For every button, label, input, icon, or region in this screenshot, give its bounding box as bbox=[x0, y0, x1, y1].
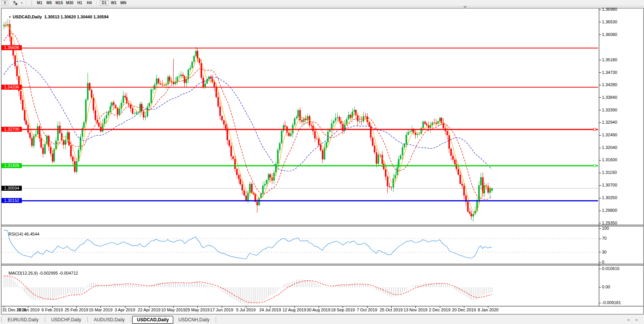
timeframe-button-mn[interactable]: MN bbox=[119, 0, 128, 5]
level-price-badge: 1.34206 bbox=[2, 85, 22, 90]
rsi-name: RSI(14) bbox=[8, 232, 23, 236]
chevron-down-icon[interactable]: ▼ bbox=[20, 2, 24, 4]
price-axis-tick: 1.36980 bbox=[602, 7, 617, 12]
chart-canvas[interactable] bbox=[2, 8, 643, 314]
rsi-axis-tick: 100 bbox=[602, 226, 609, 231]
date-axis-tick: 5 Jul 2019 bbox=[236, 308, 256, 312]
macd-axis-tick: 0.010615 bbox=[602, 266, 620, 271]
tab-divider bbox=[1, 317, 2, 322]
text-tool-button[interactable]: T bbox=[2, 0, 8, 5]
macd-axis-tick: -0.009181 bbox=[602, 300, 621, 305]
price-axis-tick: 1.29800 bbox=[602, 208, 617, 213]
price-axis-tick: 1.35180 bbox=[602, 57, 617, 62]
timeframe-button-w1[interactable]: W1 bbox=[109, 0, 118, 5]
price-axis-tick: 1.30700 bbox=[602, 183, 617, 188]
chart-tab-usdcad[interactable]: USDCAD,Daily bbox=[132, 316, 173, 324]
timeframe-button-h1[interactable]: H1 bbox=[75, 0, 84, 5]
date-axis-tick: 24 Jul 2019 bbox=[259, 308, 281, 312]
chart-ohlc-values: 1.30513 1.30620 1.30440 1.30594 bbox=[44, 15, 109, 19]
date-axis-tick: 8 Jan 2020 bbox=[478, 308, 498, 312]
price-axis-tick: 1.34280 bbox=[602, 82, 617, 87]
chart-collapse-icon[interactable]: ▼ bbox=[8, 16, 11, 18]
date-axis-tick: 13 Nov 2019 bbox=[403, 308, 427, 312]
timeframe-buttons: M1M5M15M30H1H4D1W1MN bbox=[35, 0, 128, 5]
price-axis-tick: 1.32490 bbox=[602, 133, 617, 137]
timeframe-button-m5[interactable]: M5 bbox=[45, 0, 54, 5]
date-axis-tick: 18 Sep 2019 bbox=[331, 308, 355, 312]
chart-window[interactable]: ▼USDCAD,Daily 1.30513 1.30620 1.30440 1.… bbox=[1, 8, 644, 314]
date-axis-tick: 15 Mar 2019 bbox=[89, 308, 112, 312]
price-axis-tick: 1.32940 bbox=[602, 120, 617, 125]
chart-tab-audusd[interactable]: AUDUSD,Daily bbox=[89, 316, 130, 323]
date-axis-tick: 29 May 2019 bbox=[185, 308, 210, 312]
price-axis-tick: 1.34730 bbox=[602, 70, 617, 75]
date-axis-tick: 17 Jun 2019 bbox=[210, 308, 233, 312]
timeframe-button-h4[interactable]: H4 bbox=[85, 0, 94, 5]
macd-indicator-label: MACD(12,26,9) -0.002995 -0.004712 bbox=[4, 266, 78, 280]
price-axis-tick: 1.32040 bbox=[602, 145, 617, 150]
date-axis-tick: 12 Aug 2019 bbox=[283, 308, 306, 312]
rsi-axis-tick: 30 bbox=[602, 250, 607, 255]
rsi-axis-tick: 0 bbox=[602, 260, 604, 265]
rsi-indicator-label: RSI(14) 46.4544 bbox=[4, 227, 39, 241]
timeframe-button-m15[interactable]: M15 bbox=[54, 0, 64, 5]
top-toolbar: T ▼ M1M5M15M30H1H4D1W1MN bbox=[0, 0, 644, 6]
chart-tab-usdcnh[interactable]: USDCNH,Daily bbox=[173, 316, 214, 323]
toolbar-separator bbox=[96, 1, 97, 5]
macd-axis-tick: 0.00 bbox=[602, 285, 610, 290]
rsi-value: 46.4544 bbox=[24, 232, 39, 236]
macd-values: -0.002995 -0.004712 bbox=[39, 271, 78, 275]
date-axis-tick: 6 Feb 2019 bbox=[42, 308, 63, 312]
price-axis-tick: 1.33840 bbox=[602, 95, 617, 100]
date-axis-tick: 2 Dec 2019 bbox=[429, 308, 450, 312]
level-price-badge: 1.31405 bbox=[2, 163, 22, 168]
date-axis-tick: 25 Oct 2019 bbox=[380, 308, 403, 312]
date-axis-tick: 20 Dec 2019 bbox=[452, 308, 476, 312]
tab-divider bbox=[216, 317, 216, 322]
date-axis-tick: 7 Oct 2019 bbox=[357, 308, 377, 312]
tab-scroll-right-icon[interactable]: ► bbox=[635, 318, 639, 322]
date-axis-tick: 30 Aug 2019 bbox=[307, 308, 330, 312]
chart-tab-usdchf[interactable]: USDCHF,Daily bbox=[46, 316, 86, 323]
timeframe-button-m30[interactable]: M30 bbox=[65, 0, 74, 5]
price-axis-tick: 1.33390 bbox=[602, 108, 617, 113]
level-price-badge: 1.32700 bbox=[2, 127, 22, 132]
tab-divider bbox=[87, 317, 88, 322]
price-axis-tick: 1.31150 bbox=[602, 170, 617, 175]
timeframe-button-d1[interactable]: D1 bbox=[100, 0, 109, 5]
current-price-badge: 1.30594 bbox=[2, 186, 22, 191]
chart-tab-eurusd[interactable]: EURUSD,Daily bbox=[3, 316, 44, 323]
toolbar-separator bbox=[26, 1, 27, 5]
tab-divider bbox=[45, 317, 45, 322]
level-price-badge: 1.30152 bbox=[2, 198, 22, 203]
tab-scroll-arrows: ◄ ► bbox=[626, 318, 639, 322]
date-axis-tick: 3 Apr 2019 bbox=[115, 308, 135, 312]
price-axis-tick: 1.30250 bbox=[602, 195, 617, 200]
price-axis-tick: 1.36080 bbox=[602, 32, 617, 37]
cycle-charts-icon[interactable] bbox=[11, 0, 19, 5]
macd-name: MACD(12,26,9) bbox=[8, 271, 37, 275]
tab-divider bbox=[131, 317, 131, 322]
tab-scroll-left-icon[interactable]: ◄ bbox=[626, 318, 630, 322]
chart-title: ▼USDCAD,Daily 1.30513 1.30620 1.30440 1.… bbox=[4, 10, 109, 24]
date-axis-tick: 10 May 2019 bbox=[161, 308, 185, 312]
chart-symbol-label: USDCAD,Daily bbox=[13, 15, 42, 19]
rsi-axis-tick: 70 bbox=[602, 236, 607, 241]
date-axis-tick: 22 Apr 2019 bbox=[138, 308, 160, 312]
price-axis-tick: 1.36530 bbox=[602, 20, 617, 25]
chart-tab-bar: EURUSD,DailyUSDCHF,DailyAUDUSD,DailyUSDC… bbox=[0, 315, 644, 324]
toolbar-grip bbox=[31, 1, 33, 5]
level-price-badge: 1.35606 bbox=[2, 45, 22, 50]
date-axis-tick: 25 Feb 2019 bbox=[65, 308, 88, 312]
date-axis-tick: 18 Jan 2019 bbox=[16, 308, 40, 312]
price-axis-tick: 1.29350 bbox=[602, 221, 617, 226]
price-axis-tick: 1.31600 bbox=[602, 157, 617, 162]
timeframe-button-m1[interactable]: M1 bbox=[35, 0, 44, 5]
